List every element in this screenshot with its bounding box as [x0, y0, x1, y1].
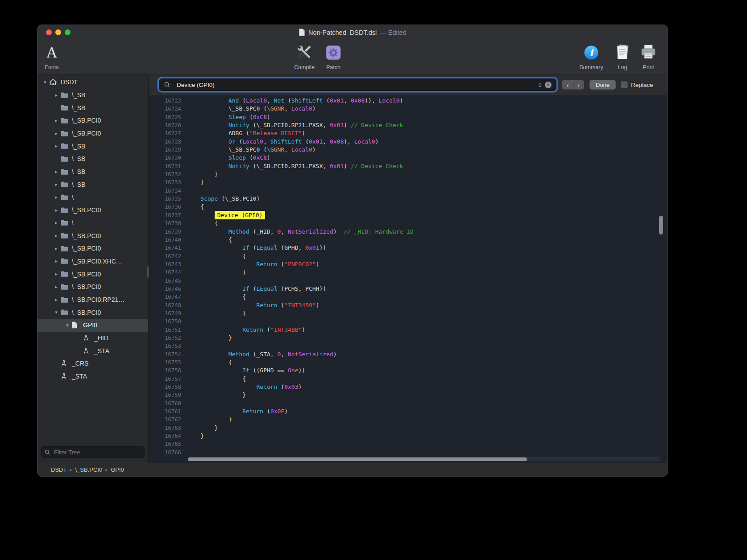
tree-item-[interactable]: ▸\	[37, 217, 148, 230]
find-input[interactable]	[176, 81, 535, 89]
code-line[interactable]: 16749 }	[149, 309, 668, 317]
vertical-scrollbar-thumb[interactable]	[659, 216, 663, 235]
previous-result-button[interactable]: ‹	[562, 80, 573, 90]
disclosure-triangle[interactable]: ▾	[63, 322, 71, 328]
search-icon[interactable]	[164, 82, 173, 88]
code-line[interactable]: 16731 Notify (\_SB.PCI0.RP21.PXSX, 0x01)…	[149, 162, 668, 170]
code-line[interactable]: 16746 If (LEqual (PCHS, PCHH))	[149, 285, 668, 293]
code-line[interactable]: 16766	[149, 449, 668, 457]
code-line[interactable]: 16736 {	[149, 203, 668, 211]
find-field[interactable]: 2 ✕	[159, 78, 556, 91]
tree-item-sb[interactable]: \_SB	[37, 152, 148, 165]
filter-tree-field[interactable]	[41, 446, 145, 458]
tree-item-dsdt[interactable]: ▾DSDT	[37, 76, 148, 89]
horizontal-scrollbar-thumb[interactable]	[188, 457, 527, 461]
code-line[interactable]: 16730 Sleep (0xC8)	[149, 154, 668, 162]
code-line[interactable]: 16755 {	[149, 358, 668, 366]
disclosure-triangle[interactable]: ▸	[52, 246, 60, 251]
tree-item-sb-pci0-rp21[interactable]: ▸\_SB.PCI0.RP21…	[37, 293, 148, 306]
horizontal-scrollbar-track[interactable]	[188, 457, 660, 461]
disclosure-triangle[interactable]: ▸	[52, 194, 60, 200]
code-line[interactable]: 16754 Method (_STA, 0, NotSerialized)	[149, 350, 668, 358]
code-line[interactable]: 16728 Or (Local0, ShiftLeft (0x01, 0x08)…	[149, 138, 668, 146]
code-line[interactable]: 16758 Return (0x03)	[149, 383, 668, 391]
code-line[interactable]: 16747 {	[149, 293, 668, 301]
code-line[interactable]: 16752 }	[149, 334, 668, 342]
clear-search-icon[interactable]: ✕	[545, 82, 552, 88]
code-line[interactable]: 16723 And (Local0, Not (ShiftLeft (0x01,…	[149, 97, 668, 105]
tree-item-sb-pci0[interactable]: ▸\_SB.PCI0	[37, 114, 148, 127]
code-line[interactable]: 16745	[149, 277, 668, 285]
code-line[interactable]: 16744 }	[149, 268, 668, 276]
tree-item-sb-pci0[interactable]: ▸\_SB.PCI0	[37, 268, 148, 280]
done-button[interactable]: Done	[589, 80, 616, 90]
code-line[interactable]: 16726 Notify (\_SB.PCI0.RP21.PXSX, 0x01)…	[149, 121, 668, 129]
code-line[interactable]: 16762 }	[149, 416, 668, 424]
code-line[interactable]: 16750	[149, 317, 668, 325]
code-line[interactable]: 16765	[149, 440, 668, 448]
tree-item-crs[interactable]: _CRS	[37, 357, 148, 370]
disclosure-triangle[interactable]: ▸	[52, 284, 60, 290]
patch-toolbar-button[interactable]: Patch	[313, 42, 353, 70]
tree-item-sb[interactable]: ▸\_SB	[37, 140, 148, 152]
code-line[interactable]: 16733 }	[149, 178, 668, 186]
tree-item-hid[interactable]: _HID	[37, 332, 148, 345]
disclosure-triangle[interactable]: ▸	[52, 131, 60, 136]
code-line[interactable]: 16764 }	[149, 432, 668, 440]
tree-item-sb-pci0-xhc[interactable]: ▸\_SB.PCI0.XHC…	[37, 255, 148, 268]
breadcrumb-item[interactable]: GPI0	[109, 466, 125, 473]
code-line[interactable]: 16759 }	[149, 391, 668, 399]
next-result-button[interactable]: ›	[573, 80, 584, 90]
code-line[interactable]: 16756 If ((GPHD == One))	[149, 366, 668, 375]
tree-item-sb-pci0[interactable]: ▸\_SB.PCI0	[37, 242, 148, 255]
disclosure-triangle[interactable]: ▾	[52, 309, 60, 315]
tree-item-sb[interactable]: \_SB	[37, 101, 148, 114]
code-line[interactable]: 16734	[149, 187, 668, 195]
code-line[interactable]: 16739 Method (_HID, 0, NotSerialized) //…	[149, 228, 668, 236]
tree-item-sb[interactable]: ▸\_SB	[37, 178, 148, 191]
tree-item-sta[interactable]: _STA	[37, 344, 148, 357]
disclosure-triangle[interactable]: ▸	[52, 92, 60, 98]
tree-item-sb[interactable]: ▸\_SB	[37, 165, 148, 178]
tree-item-sb[interactable]: ▸\_SB	[37, 89, 148, 102]
disclosure-triangle[interactable]: ▸	[52, 271, 60, 277]
code-line[interactable]: 16757 {	[149, 375, 668, 383]
tree-item-sb-pci0[interactable]: ▸\_SB.PCI0	[37, 280, 148, 293]
close-button[interactable]	[46, 29, 52, 35]
tree-item-sb-pci0[interactable]: ▸\_SB.PCI0	[37, 229, 148, 242]
code-line[interactable]: 16751 Return ("INT34BB")	[149, 326, 668, 334]
code-line[interactable]: 16761 Return (0x0F)	[149, 408, 668, 416]
code-line[interactable]: 16737 Device (GPI0)	[149, 211, 668, 219]
fonts-toolbar-button[interactable]: A Fonts	[37, 42, 72, 70]
disclosure-triangle[interactable]: ▸	[52, 207, 60, 213]
breadcrumb-item[interactable]: \_SB.PCI0	[74, 466, 104, 473]
code-line[interactable]: 16741 If (LEqual (GPHD, 0x01))	[149, 244, 668, 252]
code-line[interactable]: 16724 \_SB.SPC0 (\GGNR, Local0)	[149, 105, 668, 113]
code-line[interactable]: 16760	[149, 399, 668, 408]
code-editor[interactable]: 16723 And (Local0, Not (ShiftLeft (0x01,…	[149, 95, 668, 463]
disclosure-triangle[interactable]: ▸	[52, 258, 60, 264]
tree-item-[interactable]: ▸\	[37, 191, 148, 204]
disclosure-triangle[interactable]: ▾	[41, 79, 49, 85]
disclosure-triangle[interactable]: ▸	[52, 118, 60, 124]
disclosure-triangle[interactable]: ▸	[52, 297, 60, 303]
code-line[interactable]: 16725 Sleep (0xC8)	[149, 113, 668, 121]
disclosure-triangle[interactable]: ▸	[52, 169, 60, 175]
code-line[interactable]: 16727 ADBG ("Release RESET")	[149, 129, 668, 137]
disclosure-triangle[interactable]: ▸	[52, 143, 60, 149]
disclosure-triangle[interactable]: ▸	[52, 220, 60, 226]
code-line[interactable]: 16743 Return ("PNP0C02")	[149, 260, 668, 268]
code-line[interactable]: 16738 {	[149, 219, 668, 227]
code-line[interactable]: 16729 \_SB.SPC0 (\GGNR, Local0)	[149, 146, 668, 154]
breadcrumb-item[interactable]: DSDT	[50, 466, 68, 473]
disclosure-triangle[interactable]: ▸	[52, 233, 60, 239]
replace-checkbox[interactable]	[621, 81, 628, 88]
filter-tree-input[interactable]	[53, 449, 141, 456]
code-line[interactable]: 16732 }	[149, 170, 668, 178]
tree-item-sb-pci0[interactable]: ▾\_SB.PCI0	[37, 306, 148, 319]
tree-item-gpi0[interactable]: ▾GPI0	[37, 319, 148, 332]
tree-item-sb-pci0[interactable]: ▸\_SB.PCI0	[37, 204, 148, 217]
code-line[interactable]: 16753	[149, 342, 668, 350]
tree-item-sb-pci0[interactable]: ▸\_SB.PCI0	[37, 127, 148, 140]
code-line[interactable]: 16740 {	[149, 236, 668, 244]
